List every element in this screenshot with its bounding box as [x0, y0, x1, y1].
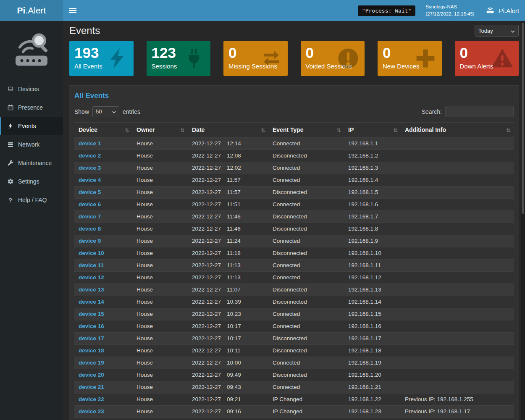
- period-select[interactable]: Today: [475, 25, 519, 37]
- event-type-cell: Connected: [268, 418, 344, 420]
- sidebar-item-settings[interactable]: Settings: [0, 172, 63, 191]
- summary-card-missing-sessions[interactable]: 0Missing Sessions: [223, 41, 288, 76]
- owner-cell: House: [132, 199, 188, 211]
- sort-icon: ⇅: [336, 126, 341, 134]
- sidebar-item-presence[interactable]: Presence: [0, 98, 63, 117]
- entries-label: entries: [123, 108, 140, 115]
- info-cell: [401, 247, 514, 260]
- column-header-additional-info[interactable]: Additional Info⇅: [401, 123, 514, 138]
- sidebar-toggle-button[interactable]: [63, 0, 82, 21]
- ip-cell: 192.168.1.10: [344, 247, 401, 260]
- device-link[interactable]: device 21: [79, 384, 104, 390]
- info-cell: [401, 381, 514, 394]
- device-link[interactable]: device 5: [79, 189, 101, 195]
- ip-cell: 192.168.1.3: [344, 162, 401, 174]
- device-link[interactable]: device 17: [79, 335, 104, 341]
- owner-cell: House: [132, 320, 188, 333]
- plus-icon: [414, 47, 437, 70]
- column-header-ip[interactable]: IP⇅: [344, 123, 401, 138]
- date-cell: 2022-12-2712:14: [188, 138, 268, 150]
- ip-cell: 192.168.1.16: [344, 320, 401, 333]
- owner-cell: House: [132, 211, 188, 223]
- device-link[interactable]: device 2: [79, 152, 101, 159]
- device-link[interactable]: device 1: [79, 140, 101, 147]
- ip-cell: 192.168.1.18: [344, 345, 401, 357]
- device-cell: device 24: [74, 418, 132, 420]
- info-cell: [401, 345, 514, 357]
- device-link[interactable]: device 6: [79, 201, 101, 207]
- brand-logo[interactable]: Pi.Alert: [0, 0, 63, 21]
- device-cell: device 10: [74, 247, 132, 260]
- device-link[interactable]: device 4: [79, 177, 101, 183]
- event-type-cell: Disconnected: [268, 223, 344, 235]
- summary-card-down-alerts[interactable]: 0Down Alerts: [455, 41, 519, 76]
- chevron-down-icon: [112, 108, 116, 115]
- topbar: Pi.Alert "Process: Wait" Synology-NAS (2…: [0, 0, 525, 21]
- info-cell: [401, 308, 514, 320]
- ip-cell: 192.168.1.6: [344, 199, 401, 211]
- topbar-app-link[interactable]: Pi.Alert: [485, 5, 519, 16]
- event-type-cell: Disconnected: [268, 150, 344, 162]
- sidebar-item-events[interactable]: Events: [0, 117, 63, 135]
- device-link[interactable]: device 23: [79, 408, 104, 415]
- page-scrollbar[interactable]: [521, 21, 525, 420]
- info-cell: [401, 296, 514, 308]
- device-cell: device 8: [74, 223, 132, 235]
- table-row: device 6House2022-12-2711:51Connected192…: [74, 199, 514, 211]
- device-link[interactable]: device 12: [79, 274, 104, 281]
- sidebar-item-label: Help / FAQ: [18, 197, 47, 203]
- device-link[interactable]: device 10: [79, 250, 104, 256]
- device-link[interactable]: device 3: [79, 165, 101, 171]
- info-cell: [401, 162, 514, 174]
- date-cell: 2022-12-2709:04: [188, 418, 268, 420]
- device-cell: device 20: [74, 369, 132, 381]
- device-cell: device 5: [74, 186, 132, 199]
- column-header-owner[interactable]: Owner⇅: [132, 123, 188, 138]
- date-cell: 2022-12-2711:51: [188, 199, 268, 211]
- sidebar-item-label: Settings: [18, 178, 39, 185]
- search-input[interactable]: [445, 106, 514, 117]
- event-type-cell: IP Changed: [268, 406, 344, 418]
- device-link[interactable]: device 9: [79, 238, 101, 244]
- device-cell: device 3: [74, 162, 132, 174]
- device-link[interactable]: device 20: [79, 372, 104, 378]
- summary-card-sessions[interactable]: 123Sessions: [147, 41, 211, 76]
- device-link[interactable]: device 13: [79, 286, 104, 293]
- table-row: device 14House2022-12-2710:39Disconnecte…: [74, 296, 514, 308]
- owner-cell: House: [132, 284, 188, 296]
- column-header-event-type[interactable]: Event Type⇅: [268, 123, 344, 138]
- device-link[interactable]: device 16: [79, 323, 104, 329]
- device-cell: device 14: [74, 296, 132, 308]
- device-link[interactable]: device 18: [79, 347, 104, 354]
- table-row: device 20House2022-12-2709:49Disconnecte…: [74, 369, 514, 381]
- device-link[interactable]: device 19: [79, 360, 104, 366]
- date-cell: 2022-12-2709:49: [188, 369, 268, 381]
- sidebar-item-help-faq[interactable]: ?Help / FAQ: [0, 191, 63, 209]
- ip-cell: 192.168.1.20: [344, 369, 401, 381]
- device-link[interactable]: device 7: [79, 213, 101, 220]
- bolt-icon: [7, 123, 14, 130]
- device-link[interactable]: device 15: [79, 311, 104, 317]
- info-cell: [401, 235, 514, 247]
- owner-cell: House: [132, 333, 188, 345]
- ip-cell: 192.168.1.13: [344, 284, 401, 296]
- summary-card-voided-sessions[interactable]: 0Voided Sessions: [301, 41, 365, 76]
- summary-card-new-devices[interactable]: 0New Devices: [378, 41, 442, 76]
- sidebar-item-devices[interactable]: Devices: [0, 80, 63, 98]
- page-length-select[interactable]: 50: [92, 106, 119, 117]
- sidebar-item-maintenance[interactable]: Maintenance: [0, 154, 63, 172]
- device-link[interactable]: device 8: [79, 226, 101, 232]
- table-row: device 18House2022-12-2710:11Disconnecte…: [74, 345, 514, 357]
- table-row: device 24House2022-12-2709:04Connected19…: [74, 418, 514, 420]
- info-cell: Previous IP: 192.168.1.17: [401, 406, 514, 418]
- device-link[interactable]: device 22: [79, 396, 104, 402]
- column-header-device[interactable]: Device⇅: [74, 123, 132, 138]
- summary-card-all-events[interactable]: 193All Events: [69, 41, 134, 76]
- device-link[interactable]: device 14: [79, 299, 104, 305]
- column-header-date[interactable]: Date⇅: [188, 123, 268, 138]
- info-cell: [401, 320, 514, 333]
- sidebar-item-network[interactable]: Network: [0, 135, 63, 154]
- owner-cell: House: [132, 247, 188, 260]
- device-link[interactable]: device 11: [79, 262, 104, 268]
- scrollbar-thumb[interactable]: [522, 23, 524, 214]
